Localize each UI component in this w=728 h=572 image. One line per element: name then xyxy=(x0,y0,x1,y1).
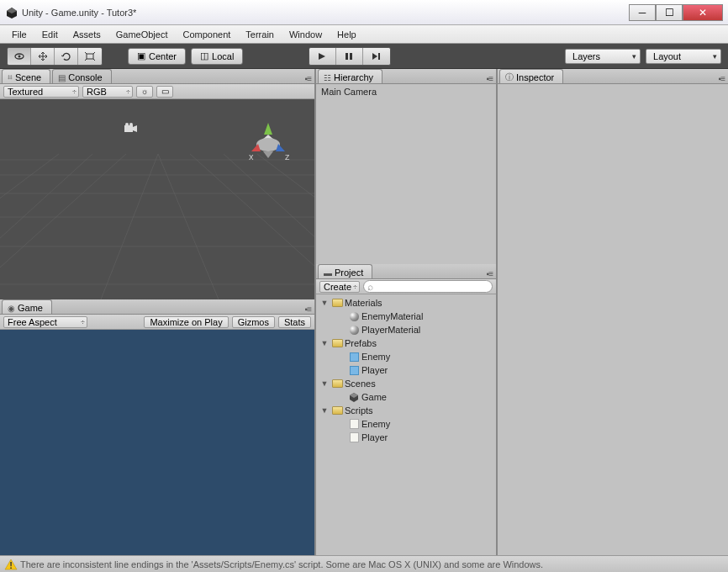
project-item-label: Enemy xyxy=(361,419,390,429)
move-tool-button[interactable] xyxy=(31,48,55,65)
play-button[interactable] xyxy=(309,48,336,65)
project-item[interactable]: Enemy xyxy=(319,350,493,363)
scene-render-mode[interactable]: RGB xyxy=(82,86,133,98)
camera-gizmo-icon[interactable] xyxy=(122,123,139,136)
tab-hierarchy[interactable]: ☷Hierarchy xyxy=(318,69,382,83)
expand-arrow-icon[interactable]: ▼ xyxy=(319,299,330,307)
tab-inspector[interactable]: ⓘInspector xyxy=(499,69,563,83)
game-pane-menu[interactable]: ▪≡ xyxy=(305,305,311,314)
menu-gameobject[interactable]: GameObject xyxy=(109,27,175,42)
rotate-tool-button[interactable] xyxy=(55,48,78,65)
project-item-label: Game xyxy=(361,392,387,402)
project-item-label: Player xyxy=(361,365,388,375)
scene-light-toggle[interactable]: ☼ xyxy=(136,86,153,98)
status-bar[interactable]: ! There are inconsistent line endings in… xyxy=(0,555,728,572)
layers-label: Layers xyxy=(572,51,600,61)
project-item-label: Enemy xyxy=(361,352,390,362)
maximize-button[interactable]: ☐ xyxy=(656,4,683,21)
project-folder[interactable]: ▼Prefabs xyxy=(319,336,493,350)
hand-tool-button[interactable] xyxy=(8,48,31,65)
pivot-center-button[interactable]: ▣ Center xyxy=(128,48,186,65)
project-search-input[interactable] xyxy=(363,280,493,293)
project-folder[interactable]: ▼Scenes xyxy=(319,377,493,390)
game-stats-label: Stats xyxy=(284,317,305,327)
menu-terrain[interactable]: Terrain xyxy=(239,27,281,42)
project-tab-row: ▬Project ▪≡ xyxy=(316,264,496,279)
svg-rect-25 xyxy=(124,125,133,132)
project-pane-menu[interactable]: ▪≡ xyxy=(487,269,493,278)
game-tab-row: ◉Game ▪≡ xyxy=(0,299,314,315)
svg-marker-8 xyxy=(372,53,377,60)
project-item-label: EnemyMaterial xyxy=(361,311,423,321)
tab-scene-label: Scene xyxy=(15,72,41,82)
folder-icon xyxy=(331,338,343,348)
inspector-tab-row: ⓘInspector ▪≡ xyxy=(498,69,728,84)
expand-arrow-icon[interactable]: ▼ xyxy=(319,339,330,347)
svg-marker-29 xyxy=(264,123,272,135)
menu-assets[interactable]: Assets xyxy=(66,27,108,42)
close-button[interactable]: ✕ xyxy=(683,4,723,21)
step-button[interactable] xyxy=(363,48,390,65)
scene-view[interactable]: x z xyxy=(0,99,314,299)
game-aspect-dropdown[interactable]: Free Aspect xyxy=(3,316,87,328)
hierarchy-panel[interactable]: Main Camera xyxy=(316,84,496,264)
minimize-button[interactable]: ─ xyxy=(629,4,656,21)
window-title: Unity - Game.unity - Tutor3* xyxy=(22,8,136,18)
project-item[interactable]: Enemy xyxy=(319,417,493,431)
main-area: ⌗Scene ▤Console ▪≡ Textured RGB ☼ ▭ xyxy=(0,69,728,555)
scene-orientation-gizmo[interactable]: x z xyxy=(239,116,298,175)
menu-component[interactable]: Component xyxy=(176,27,237,42)
layers-dropdown[interactable]: Layers xyxy=(565,49,641,64)
menu-edit[interactable]: Edit xyxy=(35,27,65,42)
menu-file[interactable]: File xyxy=(5,27,34,42)
tab-game-label: Game xyxy=(18,303,43,313)
hierarchy-pane-menu[interactable]: ▪≡ xyxy=(487,74,493,83)
game-gizmos-toggle[interactable]: Gizmos xyxy=(232,316,275,328)
game-maximize-label: Maximize on Play xyxy=(150,317,222,327)
menu-window[interactable]: Window xyxy=(282,27,329,42)
pivot-local-label: Local xyxy=(212,51,234,61)
layout-dropdown[interactable]: Layout xyxy=(646,49,721,64)
hierarchy-item[interactable]: Main Camera xyxy=(319,86,493,98)
scale-tool-button[interactable] xyxy=(78,48,102,65)
tab-project[interactable]: ▬Project xyxy=(318,264,372,278)
inspector-pane-menu[interactable]: ▪≡ xyxy=(719,74,725,83)
tab-console[interactable]: ▤Console xyxy=(52,69,111,83)
scene-audio-toggle[interactable]: ▭ xyxy=(156,86,173,98)
game-stats-toggle[interactable]: Stats xyxy=(278,316,311,328)
folder-icon xyxy=(331,405,343,416)
tab-scene[interactable]: ⌗Scene xyxy=(2,69,50,83)
project-folder-label: Scripts xyxy=(345,405,373,416)
project-item-label: Player xyxy=(361,432,388,442)
game-view[interactable] xyxy=(0,330,314,555)
svg-marker-5 xyxy=(319,53,325,60)
scene-draw-mode[interactable]: Textured xyxy=(3,86,79,98)
scene-pane-menu[interactable]: ▪≡ xyxy=(305,74,311,83)
project-folder[interactable]: ▼Scripts xyxy=(319,404,493,417)
project-item[interactable]: EnemyMaterial xyxy=(319,310,493,323)
inspector-panel[interactable] xyxy=(498,84,728,555)
window-titlebar: Unity - Game.unity - Tutor3* ─ ☐ ✕ xyxy=(0,0,728,25)
project-item[interactable]: Game xyxy=(319,390,493,404)
scene-render-label: RGB xyxy=(87,87,107,97)
svg-point-27 xyxy=(125,123,129,126)
scene-tab-icon: ⌗ xyxy=(8,72,13,82)
project-tab-icon: ▬ xyxy=(324,268,332,278)
expand-arrow-icon[interactable]: ▼ xyxy=(319,379,330,388)
tab-game[interactable]: ◉Game xyxy=(2,299,52,314)
project-create-dropdown[interactable]: Create xyxy=(319,281,360,293)
scene-toolbar: Textured RGB ☼ ▭ xyxy=(0,84,314,99)
project-folder[interactable]: ▼Materials xyxy=(319,296,493,310)
scene-draw-label: Textured xyxy=(8,87,43,97)
pivot-local-button[interactable]: ◫ Local xyxy=(191,48,243,65)
pause-button[interactable] xyxy=(336,48,363,65)
layout-label: Layout xyxy=(653,51,681,61)
project-item[interactable]: Player xyxy=(319,431,493,444)
project-panel[interactable]: ▼MaterialsEnemyMaterialPlayerMaterial▼Pr… xyxy=(316,294,496,555)
transform-tool-group xyxy=(7,47,103,66)
project-item[interactable]: Player xyxy=(319,363,493,377)
expand-arrow-icon[interactable]: ▼ xyxy=(319,406,330,415)
menu-help[interactable]: Help xyxy=(330,27,363,42)
game-maximize-toggle[interactable]: Maximize on Play xyxy=(144,316,228,328)
project-item[interactable]: PlayerMaterial xyxy=(319,323,493,336)
